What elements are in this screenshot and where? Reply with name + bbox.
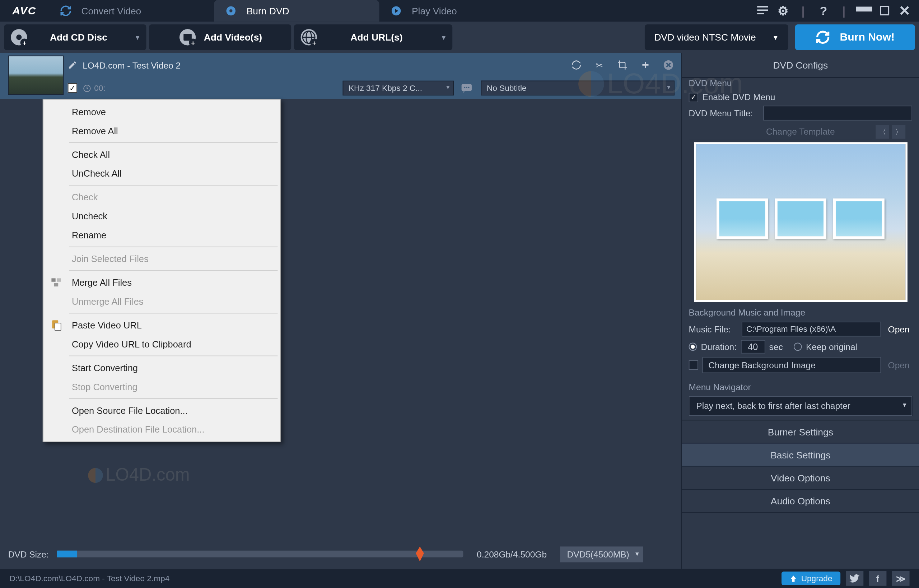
svg-point-24 [465,87,467,88]
add-videos-button[interactable]: + Add Video(s) [149,24,291,50]
title-bar: AVC Convert Video Burn DVD Play Video ⚙ … [0,0,919,21]
context-menu-item[interactable]: Open Source File Location... [45,401,279,420]
context-menu-item[interactable]: Uncheck [45,207,279,225]
upgrade-button[interactable]: Upgrade [782,572,840,585]
main-tabs: Convert Video Burn DVD Play Video [49,0,755,21]
merge-icon [50,276,63,289]
facebook-icon[interactable]: f [869,571,886,586]
context-menu-item[interactable]: UnCheck All [45,164,279,183]
context-menu-item[interactable]: Remove All [45,121,279,141]
preview-thumb [775,199,826,239]
menu-navigator-title: Menu Navigator [689,382,913,392]
paste-icon [50,319,63,331]
context-menu: RemoveRemove AllCheck AllUnCheck AllChec… [43,99,281,442]
music-open-button[interactable]: Open [885,324,912,334]
acc-video-options[interactable]: Video Options [682,467,919,489]
maximize-icon[interactable]: ☐ [877,3,892,18]
size-progress[interactable] [57,551,463,557]
edit-icon[interactable] [68,60,77,69]
cut-icon[interactable]: ✂ [593,59,606,71]
video-row: ✓ 00: KHz 317 Kbps 2 C... No Subtitle [0,77,682,99]
svg-text:+: + [22,39,26,47]
context-menu-item[interactable]: Paste Video URL [45,315,279,334]
svg-rect-30 [55,323,61,331]
context-menu-item: Open Destination File Location... [45,420,279,439]
enable-dvd-menu-checkbox[interactable]: ✓ [689,93,698,102]
profile-label: DVD video NTSC Movie [654,32,756,43]
context-menu-separator [69,185,278,186]
tab-convert-video[interactable]: Convert Video [49,0,214,21]
btn-label: Add URL(s) [325,32,428,43]
close-icon[interactable]: ✕ [898,3,913,18]
video-thumbnail[interactable] [8,56,64,95]
audio-codec-select[interactable]: KHz 317 Kbps 2 C... [342,81,454,95]
music-file-input[interactable] [742,321,881,337]
tab-burn-dvd[interactable]: Burn DVD [214,0,379,21]
context-menu-item[interactable]: Start Converting [45,358,279,377]
change-bg-checkbox[interactable] [689,360,698,370]
status-bar: D:\LO4D.com\LO4D.com - Test Video 2.mp4 … [0,569,919,588]
window-controls: ⚙ | ? | ▬ ☐ ✕ [755,0,919,21]
menu-icon[interactable] [755,3,770,18]
acc-audio-options[interactable]: Audio Options [682,489,919,513]
template-next-button[interactable]: 〉 [892,125,906,139]
tab-label: Play Video [412,5,457,16]
crop-icon[interactable] [616,59,628,71]
context-menu-item: Check [45,188,279,207]
preview-thumb [833,199,884,239]
context-menu-item[interactable]: Merge All Files [45,273,279,292]
context-menu-item[interactable]: Copy Video URL to Clipboard [45,334,279,354]
video-list-area[interactable]: RemoveRemove AllCheck AllUnCheck AllChec… [0,99,682,539]
context-menu-item[interactable]: Rename [45,225,279,244]
dvd-size-bar: DVD Size: 0.208Gb/4.500Gb DVD5(4500MB) [0,539,682,569]
context-menu-item[interactable]: Check All [45,145,279,164]
menu-title-input[interactable] [763,105,912,121]
context-menu-separator [69,355,278,356]
duration-radio[interactable] [689,343,697,351]
acc-burner-settings[interactable]: Burner Settings [682,421,919,444]
menu-navigator-select[interactable]: Play next, back to first after last chap… [689,396,913,416]
remove-icon[interactable] [662,59,675,71]
bg-open-button[interactable]: Open [885,360,912,370]
video-title: LO4D.com - Test Video 2 [82,60,181,70]
video-checkbox[interactable]: ✓ [68,83,77,93]
status-path: D:\LO4D.com\LO4D.com - Test Video 2.mp4 [9,573,170,583]
dvd-preset-select[interactable]: DVD5(4500MB) [560,546,643,561]
svg-point-7 [16,34,21,40]
bg-section-title: Background Music and Image [689,307,913,317]
refresh-icon[interactable] [570,59,582,71]
film-add-icon: + [178,27,197,47]
profile-select[interactable]: DVD video NTSC Movie ▼ [645,24,788,50]
subtitle-icon [460,82,472,93]
keep-original-radio[interactable] [794,343,802,351]
template-prev-button[interactable]: 〈 [875,125,889,139]
duration-display: 00: [82,83,105,93]
subtitle-select[interactable]: No Subtitle [481,81,675,95]
settings-accordion: Burner Settings Basic Settings Video Opt… [682,420,919,513]
context-menu-item[interactable]: Remove [45,102,279,121]
context-menu-separator [69,270,278,271]
add-cd-disc-button[interactable]: + Add CD Disc ▼ [4,24,146,50]
size-marker-icon [416,546,424,561]
size-text: 0.208Gb/4.500Gb [477,549,547,559]
add-icon[interactable]: + [640,59,652,71]
template-preview[interactable] [694,142,907,302]
chevron-down-icon: ▼ [134,33,141,41]
gear-icon[interactable]: ⚙ [775,3,790,18]
menu-title-label: DVD Menu Title: [689,108,759,118]
chevron-down-icon: ▼ [440,33,447,41]
acc-basic-settings[interactable]: Basic Settings [682,444,919,467]
twitter-icon[interactable] [846,571,863,586]
help-icon[interactable]: ? [816,3,831,18]
left-panel: LO4D.com - Test Video 2 ✂ + ✓ 00: [0,53,682,569]
change-bg-button[interactable]: Change Background Image [702,357,881,373]
tab-play-video[interactable]: Play Video [379,0,544,21]
add-urls-button[interactable]: + Add URL(s) ▼ [294,24,452,50]
duration-input[interactable] [741,340,765,354]
svg-text:+: + [191,39,195,47]
svg-rect-3 [757,6,768,8]
more-icon[interactable]: ≫ [892,571,910,586]
minimize-icon[interactable]: ▬ [856,3,872,18]
svg-rect-27 [57,278,61,281]
burn-now-button[interactable]: Burn Now! [795,24,915,50]
